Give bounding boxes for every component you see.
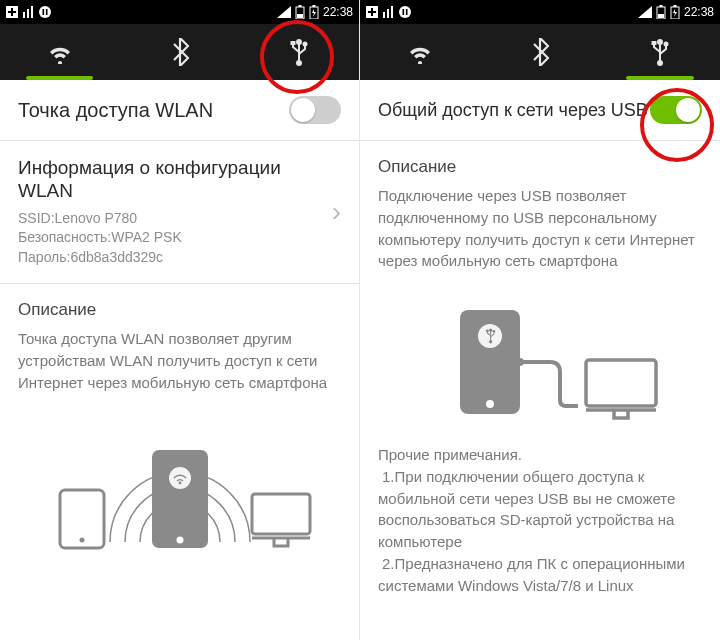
svg-point-18 (296, 60, 302, 66)
hotspot-illustration-icon (30, 412, 330, 552)
svg-rect-36 (403, 9, 405, 15)
tab-bar (360, 24, 720, 80)
svg-point-6 (39, 6, 51, 18)
battery1-icon (656, 5, 666, 19)
wlan-hotspot-switch[interactable] (289, 96, 341, 124)
svg-rect-28 (252, 494, 310, 534)
svg-point-57 (486, 400, 494, 408)
wlan-hotspot-toggle-row[interactable]: Точка доступа WLAN (0, 80, 359, 141)
wlan-hotspot-label: Точка доступа WLAN (18, 99, 213, 122)
svg-point-54 (489, 340, 492, 343)
svg-rect-48 (652, 41, 657, 45)
svg-rect-11 (298, 5, 301, 7)
pause-circle-icon (38, 5, 52, 19)
svg-point-25 (169, 467, 191, 489)
plus-icon (366, 6, 378, 18)
svg-rect-31 (368, 11, 376, 13)
wifi-icon (405, 40, 435, 64)
bluetooth-icon (170, 38, 190, 66)
notes-item-1: 1.При подключении общего доступа к мобил… (378, 466, 702, 553)
status-bar: 22:38 (360, 0, 720, 24)
usb-tether-illustration-icon (390, 300, 690, 430)
svg-marker-44 (673, 9, 677, 17)
notes-item-2: 2.Предназначено для ПК с операционными с… (378, 553, 702, 597)
chevron-right-icon: › (324, 196, 341, 228)
wlan-config-title: Информация о конфигурации WLAN (18, 157, 324, 203)
svg-rect-12 (297, 14, 303, 18)
svg-point-26 (178, 481, 181, 484)
wlan-desc-text: Точка доступа WLAN позволяет другим устр… (18, 328, 341, 393)
svg-rect-59 (586, 360, 656, 406)
wifi-icon (45, 40, 75, 64)
svg-point-20 (303, 42, 308, 47)
screen-wlan-hotspot: 22:38 Точка доступа WLAN Информация о ко… (0, 0, 360, 640)
usb-illustration (378, 290, 702, 430)
svg-point-58 (516, 358, 524, 366)
wlan-security: Безопасность:WPA2 PSK (18, 228, 324, 248)
svg-rect-34 (391, 6, 393, 18)
svg-rect-4 (27, 9, 29, 18)
svg-marker-15 (312, 9, 316, 17)
bluetooth-icon (530, 38, 550, 66)
svg-point-56 (493, 330, 496, 333)
signal-icon (638, 6, 652, 18)
tab-usb[interactable] (600, 24, 720, 80)
pause-circle-icon (398, 5, 412, 19)
usb-desc-heading: Описание (378, 157, 702, 177)
signal-icon (277, 6, 291, 18)
clock: 22:38 (684, 5, 714, 19)
svg-rect-43 (673, 5, 676, 7)
usb-tether-switch[interactable] (650, 96, 702, 124)
usb-desc-text: Подключение через USB позволяет подключе… (378, 185, 702, 272)
svg-point-22 (79, 537, 84, 542)
svg-point-51 (478, 324, 502, 348)
wlan-desc-heading: Описание (18, 300, 341, 320)
usb-tether-toggle-row[interactable]: Общий доступ к сети через USB (360, 80, 720, 141)
svg-point-47 (657, 60, 663, 66)
svg-rect-40 (659, 5, 662, 7)
svg-point-49 (664, 42, 669, 47)
content-area: Точка доступа WLAN Информация о конфигур… (0, 80, 359, 640)
svg-rect-32 (383, 12, 385, 18)
svg-point-27 (176, 536, 183, 543)
svg-rect-14 (312, 5, 315, 7)
wlan-ssid: SSID:Lenovo P780 (18, 209, 324, 229)
svg-rect-55 (486, 330, 489, 332)
wlan-description-row: Описание Точка доступа WLAN позволяет др… (0, 284, 359, 567)
battery2-icon (309, 5, 319, 19)
usb-tether-label: Общий доступ к сети через USB (378, 100, 648, 121)
tab-wifi[interactable] (0, 24, 120, 80)
usb-description-row: Описание Подключение через USB позволяет… (360, 141, 720, 612)
battery2-icon (670, 5, 680, 19)
status-bar: 22:38 (0, 0, 359, 24)
svg-rect-19 (291, 41, 296, 45)
tab-wifi[interactable] (360, 24, 480, 80)
svg-point-35 (399, 6, 411, 18)
svg-rect-8 (46, 9, 48, 15)
svg-rect-2 (8, 11, 16, 13)
wlan-password: Пароль:6db8a3dd329c (18, 248, 324, 268)
svg-rect-33 (387, 9, 389, 18)
wlan-config-row[interactable]: Информация о конфигурации WLAN SSID:Leno… (0, 141, 359, 284)
tab-bluetooth[interactable] (480, 24, 600, 80)
svg-rect-37 (406, 9, 408, 15)
notes-heading: Прочие примечания. (378, 444, 702, 466)
content-area: Общий доступ к сети через USB Описание П… (360, 80, 720, 640)
battery1-icon (295, 5, 305, 19)
svg-rect-41 (658, 14, 664, 18)
bars-icon (22, 6, 34, 18)
bars-icon (382, 6, 394, 18)
svg-marker-38 (638, 6, 652, 18)
svg-rect-5 (31, 6, 33, 18)
svg-marker-9 (277, 6, 291, 18)
screen-usb-tether: 22:38 Общий доступ к сети через USB Опис… (360, 0, 720, 640)
usb-icon (287, 38, 311, 66)
plus-icon (6, 6, 18, 18)
svg-rect-7 (43, 9, 45, 15)
usb-icon (648, 38, 672, 66)
tab-bar (0, 24, 359, 80)
svg-rect-3 (23, 12, 25, 18)
clock: 22:38 (323, 5, 353, 19)
tab-bluetooth[interactable] (120, 24, 240, 80)
tab-usb[interactable] (239, 24, 359, 80)
